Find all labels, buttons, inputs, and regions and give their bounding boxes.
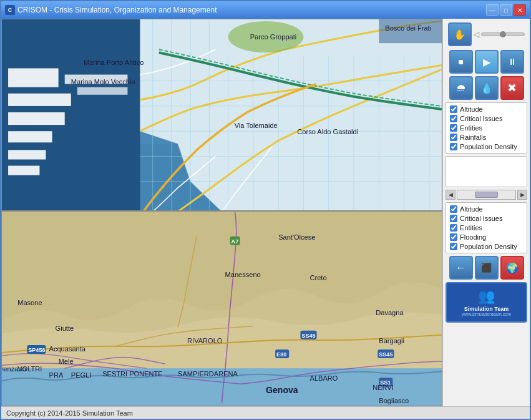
- status-text: Copyright (c) 2014-2015 Simulation Team: [6, 409, 133, 417]
- popdens-label-bot: Population Density: [460, 243, 517, 250]
- window-title: CRISOM - Crisis Simulation, Organization…: [17, 6, 217, 14]
- check-critical-bot: Critical Issues: [450, 215, 523, 222]
- window-controls: — □ ✕: [486, 4, 526, 16]
- svg-text:SAMPIERDARENA: SAMPIERDARENA: [178, 370, 238, 378]
- flood-button[interactable]: 💧: [475, 76, 499, 100]
- svg-text:Acquasanta: Acquasanta: [49, 345, 86, 353]
- back-icon: ←: [455, 261, 467, 275]
- globe-icon: 🌍: [506, 262, 519, 274]
- flood-icon: 💧: [480, 82, 493, 94]
- check-altitude-top: Altitude: [450, 105, 523, 113]
- svg-text:Parco Groppati: Parco Groppati: [250, 33, 296, 41]
- top-layer-panel: Altitude Critical Issues Entities Rainfa…: [446, 102, 527, 154]
- scroll-right-button[interactable]: ▶: [517, 190, 527, 200]
- back-button[interactable]: ←: [449, 256, 473, 280]
- statusbar: Copyright (c) 2014-2015 Simulation Team: [1, 406, 530, 419]
- svg-text:PRA: PRA: [49, 371, 64, 379]
- check-popdens-top: Population Density: [450, 143, 523, 150]
- titlebar-left: C CRISOM - Crisis Simulation, Organizati…: [5, 5, 217, 15]
- entities-label-top: Entities: [460, 124, 482, 132]
- altitude-checkbox-bot[interactable]: [450, 205, 457, 213]
- scroll-left-button[interactable]: ◀: [446, 190, 455, 200]
- svg-text:A7: A7: [231, 238, 239, 245]
- altitude-checkbox-top[interactable]: [450, 105, 457, 113]
- main-window: C CRISOM - Crisis Simulation, Organizati…: [0, 0, 531, 420]
- flooding-label-bot: Flooding: [460, 233, 486, 241]
- opacity-slider[interactable]: [481, 32, 525, 36]
- pause-button[interactable]: ⏸: [500, 50, 524, 74]
- playback-controls: ■ ▶ ⏸: [446, 50, 527, 74]
- svg-rect-3: [8, 68, 59, 87]
- svg-text:SP456: SP456: [28, 347, 45, 353]
- svg-text:Manesseno: Manesseno: [225, 271, 261, 278]
- map-top[interactable]: Parco Groppati Marina Porto Antico Marin…: [1, 19, 442, 211]
- horizontal-scrollbar: ◀ ▶: [446, 190, 527, 200]
- svg-text:Mele: Mele: [59, 358, 74, 365]
- altitude-label-top: Altitude: [460, 105, 483, 113]
- critical-checkbox-top[interactable]: [450, 115, 457, 122]
- svg-text:Bosco dei Frati: Bosco dei Frati: [385, 24, 431, 32]
- svg-text:Bogliasco: Bogliasco: [379, 397, 409, 404]
- legend-box-top: [446, 156, 527, 187]
- svg-text:Bargagli: Bargagli: [379, 337, 404, 344]
- entities-checkbox-bot[interactable]: [450, 224, 457, 232]
- svg-rect-4: [8, 94, 71, 106]
- maximize-button[interactable]: □: [500, 4, 512, 16]
- popdens-checkbox-top[interactable]: [450, 143, 457, 150]
- scroll-track[interactable]: [457, 190, 516, 200]
- svg-text:Via Tolemaide: Via Tolemaide: [235, 122, 278, 129]
- view-icon: ⬛: [481, 263, 492, 273]
- logo-box: 👥 Simulation Team www.simulationteam.com: [446, 282, 527, 323]
- alert-button[interactable]: ✖: [500, 76, 524, 100]
- weather-controls: 🌧 💧 ✖: [446, 76, 527, 100]
- popdens-checkbox-bot[interactable]: [450, 243, 457, 250]
- svg-text:E80: E80: [276, 351, 286, 358]
- svg-text:Giutte: Giutte: [56, 325, 74, 332]
- svg-text:Creto: Creto: [310, 274, 327, 281]
- svg-text:RIVAROLO: RIVAROLO: [187, 337, 223, 344]
- svg-text:Marina Molo Vecchio: Marina Molo Vecchio: [71, 78, 135, 85]
- svg-text:PEGLI: PEGLI: [71, 371, 92, 379]
- check-entities-top: Entities: [450, 124, 523, 132]
- svg-text:Davagna: Davagna: [376, 309, 404, 316]
- pan-button[interactable]: ✋: [448, 22, 472, 46]
- pan-icon: ✋: [454, 29, 466, 41]
- stop-button[interactable]: ■: [449, 50, 473, 74]
- check-rainfalls-top: Rainfalls: [450, 134, 523, 141]
- minimize-button[interactable]: —: [486, 4, 499, 16]
- main-content: Parco Groppati Marina Porto Antico Marin…: [1, 19, 530, 406]
- logo-url: www.simulationteam.com: [462, 312, 511, 316]
- check-entities-bot: Entities: [450, 224, 523, 232]
- play-button[interactable]: ▶: [475, 50, 499, 74]
- view-button[interactable]: ⬛: [475, 256, 499, 280]
- check-altitude-bot: Altitude: [450, 205, 523, 213]
- rain-icon: 🌧: [456, 82, 466, 94]
- svg-rect-5: [8, 112, 65, 125]
- svg-text:Genova: Genova: [266, 385, 298, 395]
- svg-text:SESTRI PONENTE: SESTRI PONENTE: [102, 370, 163, 378]
- check-critical-top: Critical Issues: [450, 115, 523, 122]
- svg-rect-6: [8, 131, 52, 142]
- svg-rect-7: [8, 150, 46, 159]
- flooding-checkbox-bot[interactable]: [450, 233, 457, 241]
- entities-checkbox-top[interactable]: [450, 124, 457, 132]
- check-flooding-bot: Flooding: [450, 233, 523, 241]
- entities-label-bot: Entities: [460, 224, 482, 232]
- play-icon: ▶: [483, 56, 490, 68]
- rain-button[interactable]: 🌧: [449, 76, 473, 100]
- svg-text:ALBARO: ALBARO: [310, 374, 338, 382]
- logo-icon: 👥: [478, 288, 495, 305]
- svg-text:Sant'Olcese: Sant'Olcese: [278, 233, 315, 241]
- rainfalls-checkbox-top[interactable]: [450, 134, 457, 141]
- map-bottom[interactable]: A7 E80 SS45 SS45 SP456: [1, 211, 442, 406]
- altitude-label-bot: Altitude: [460, 205, 483, 213]
- scroll-thumb[interactable]: [475, 192, 498, 198]
- svg-rect-8: [8, 166, 39, 175]
- critical-checkbox-bot[interactable]: [450, 215, 457, 222]
- svg-text:SS45: SS45: [301, 333, 315, 339]
- critical-label-top: Critical Issues: [460, 115, 502, 122]
- map-area: Parco Groppati Marina Porto Antico Marin…: [1, 19, 442, 406]
- close-button[interactable]: ✕: [514, 4, 526, 16]
- globe-button[interactable]: 🌍: [500, 256, 524, 280]
- app-icon: C: [5, 5, 15, 15]
